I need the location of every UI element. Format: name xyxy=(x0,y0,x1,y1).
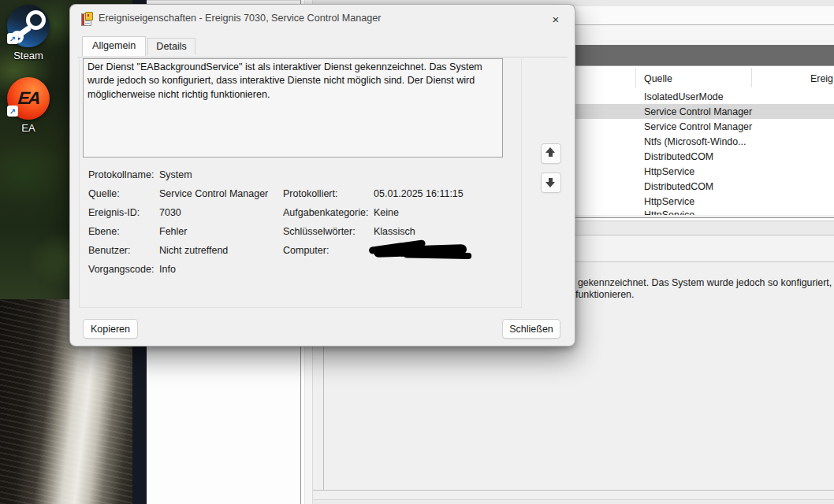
up-arrow-icon xyxy=(542,144,560,163)
prop-ereignis-id: Ereignis-ID: 7030 xyxy=(88,207,181,218)
window-bottom-edge xyxy=(313,500,834,504)
event-log-icon xyxy=(80,13,93,25)
prop-benutzer: Benutzer: Nicht zutreffend xyxy=(88,245,228,256)
copy-button[interactable]: Kopieren xyxy=(83,319,138,339)
previous-event-button[interactable] xyxy=(541,143,561,164)
preview-text-line: funktionieren. xyxy=(575,289,634,300)
prop-vorgangscode: Vorgangscode: Info xyxy=(88,264,176,275)
prop-aufgabenkategorie: Aufgabenkategorie: Keine xyxy=(283,207,399,218)
prop-quelle: Quelle: Service Control Manager xyxy=(88,188,268,199)
down-arrow-icon xyxy=(542,173,560,192)
next-event-button[interactable] xyxy=(541,172,561,193)
dialog-titlebar: Ereigniseigenschaften - Ereignis 7030, S… xyxy=(70,5,575,33)
desktop-screen: ↗ Steam EA ↗ EA Quelle Ereig IsolatedUse… xyxy=(0,0,834,504)
close-icon: × xyxy=(553,13,560,26)
ea-logo-letters: EA xyxy=(17,88,39,109)
prop-schluesselwoerter: Schlüsselwörter: Klassisch xyxy=(283,226,415,237)
column-separator[interactable] xyxy=(751,68,752,87)
prop-computer: Computer: xyxy=(283,245,467,256)
desktop-icon-ea[interactable]: EA ↗ EA xyxy=(2,77,55,134)
tab-details[interactable]: Details xyxy=(147,38,195,55)
steam-icon-label: Steam xyxy=(2,50,55,61)
redaction-scribble xyxy=(374,244,467,258)
close-dialog-button[interactable]: Schließen xyxy=(502,319,560,339)
preview-text-line: t gekennzeichnet. Das System wurde jedoc… xyxy=(572,277,834,288)
window-bottom-strip xyxy=(313,491,834,500)
prop-protokollname: Protokollname: System xyxy=(88,169,192,180)
tab-strip: Allgemein Details xyxy=(82,36,195,55)
prop-ebene: Ebene: Fehler xyxy=(88,226,187,237)
shortcut-arrow-icon: ↗ xyxy=(7,33,18,44)
desktop-icon-steam[interactable]: ↗ Steam xyxy=(2,5,55,61)
shortcut-arrow-icon: ↗ xyxy=(7,106,18,117)
close-button[interactable]: × xyxy=(544,10,568,28)
column-separator[interactable] xyxy=(635,68,636,87)
column-header-ereignis-id[interactable]: Ereig xyxy=(810,69,833,88)
tab-allgemein[interactable]: Allgemein xyxy=(82,36,146,56)
event-properties-dialog: Ereigniseigenschaften - Ereignis 7030, S… xyxy=(69,4,575,346)
prop-protokolliert: Protokolliert: 05.01.2025 16:11:15 xyxy=(283,188,464,199)
column-header-quelle[interactable]: Quelle xyxy=(644,69,672,88)
event-description-box[interactable]: Der Dienst "EABackgroundService" ist als… xyxy=(83,58,503,158)
ea-icon-label: EA xyxy=(2,122,55,134)
dialog-title: Ereigniseigenschaften - Ereignis 7030, S… xyxy=(99,5,381,33)
